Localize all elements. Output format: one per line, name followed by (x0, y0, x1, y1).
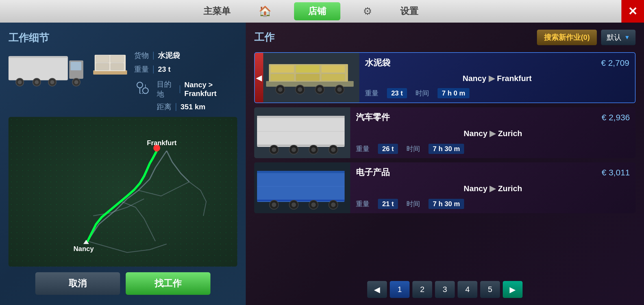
svg-point-53 (311, 147, 316, 152)
svg-point-38 (298, 87, 302, 92)
job-info-3: 电子产品 € 3,011 Nancy ▶ Zurich 重量 21 t 时间 7… (350, 162, 636, 213)
nav-main-menu[interactable]: 主菜单 (198, 2, 236, 20)
sort-label: 默认 (607, 32, 621, 42)
action-buttons: 取消 找工作 (8, 272, 237, 295)
svg-rect-15 (111, 56, 124, 62)
time-value-3: 7 h 30 m (428, 199, 464, 209)
close-icon: ✕ (628, 5, 638, 18)
home-icon[interactable]: 🏠 (259, 5, 271, 17)
location-details: 目的地 Nancy > Frankfurt 距离 351 km (157, 79, 237, 112)
page-5-button[interactable]: 5 (480, 281, 500, 298)
job-card-3[interactable]: 电子产品 € 3,011 Nancy ▶ Zurich 重量 21 t 时间 7… (254, 162, 636, 213)
time-label-3: 时间 (406, 199, 420, 208)
job-info-2: 汽车零件 € 2,936 Nancy ▶ Zurich 重量 26 t 时间 7… (350, 107, 636, 158)
job-card-header-3: 电子产品 € 3,011 (356, 167, 630, 178)
distance-label: 距离 (157, 102, 171, 112)
weight-label-1: 重量 (365, 89, 378, 98)
dropdown-arrow-icon: ▼ (624, 34, 630, 41)
weight-label-3: 重量 (356, 199, 369, 208)
weight-value: 23 t (158, 65, 171, 74)
job-price-3: € 3,011 (602, 168, 630, 177)
svg-point-62 (272, 202, 276, 207)
selected-indicator: ◀ (255, 53, 263, 103)
settings-icon[interactable]: ⚙ (363, 5, 372, 17)
svg-point-55 (331, 147, 336, 152)
page-2-button[interactable]: 2 (412, 281, 432, 298)
jobs-controls: 搜索新作业(0) 默认 ▼ (537, 30, 636, 45)
job-route-3: Nancy ▶ Zurich (356, 184, 630, 193)
job-detail-title: 工作细节 (8, 31, 237, 45)
cargo-value: 水泥袋 (158, 51, 180, 60)
job-route-1: Nancy ▶ Frankfurt (365, 74, 629, 83)
job-cards-list: ◀ (254, 52, 636, 277)
weight-label-2: 重量 (356, 144, 369, 153)
page-3-button[interactable]: 3 (435, 281, 455, 298)
svg-rect-34 (321, 74, 345, 81)
search-new-job-button[interactable]: 搜索新作业(0) (537, 30, 597, 45)
job-cargo-2: 汽车零件 (356, 112, 390, 123)
time-value-1: 7 h 0 m (438, 88, 469, 98)
job-stats-3: 重量 21 t 时间 7 h 30 m (356, 199, 630, 209)
weight-value-1: 23 t (387, 88, 407, 98)
svg-rect-3 (71, 62, 81, 70)
svg-rect-30 (296, 65, 320, 73)
svg-point-18 (137, 82, 143, 88)
svg-point-9 (50, 80, 54, 84)
job-price-2: € 2,936 (602, 113, 630, 122)
time-label-1: 时间 (415, 89, 429, 98)
time-label-2: 时间 (406, 144, 420, 153)
cargo-image (92, 51, 129, 80)
page-prev-button[interactable]: ◀ (367, 281, 387, 298)
job-card-header-1: 水泥袋 € 2,709 (365, 57, 629, 69)
job-cargo-3: 电子产品 (356, 167, 390, 178)
job-image-flatbed (263, 53, 359, 103)
job-image-box-blue (254, 162, 350, 213)
svg-point-36 (278, 87, 282, 92)
svg-rect-45 (257, 116, 345, 118)
svg-rect-0 (8, 56, 68, 80)
main-content: 工作细节 (0, 23, 644, 305)
page-4-button[interactable]: 4 (458, 281, 477, 298)
svg-rect-1 (9, 57, 67, 58)
jobs-title: 工作 (254, 30, 275, 44)
weight-label: 重量 (134, 64, 149, 74)
svg-point-68 (331, 202, 336, 207)
find-job-button[interactable]: 找工作 (126, 272, 210, 295)
job-cargo-1: 水泥袋 (365, 57, 390, 69)
svg-point-64 (291, 202, 296, 207)
truck-image (8, 51, 85, 88)
job-info-1: 水泥袋 € 2,709 Nancy ▶ Frankfurt 重量 23 t 时间… (359, 53, 635, 103)
job-route-2: Nancy ▶ Zurich (356, 129, 630, 138)
svg-point-49 (272, 147, 276, 152)
weight-value-3: 21 t (378, 199, 398, 209)
job-info-details: 货物 水泥袋 重量 23 t (134, 51, 237, 112)
page-next-button[interactable]: ▶ (503, 281, 523, 298)
job-card-1[interactable]: ◀ (254, 52, 636, 103)
svg-point-42 (337, 87, 342, 92)
job-card-header-2: 汽车零件 € 2,936 (356, 112, 630, 123)
svg-rect-58 (257, 171, 345, 173)
time-value-2: 7 h 30 m (428, 144, 464, 154)
job-card-2[interactable]: 汽车零件 € 2,936 Nancy ▶ Zurich 重量 26 t 时间 7… (254, 107, 636, 158)
close-button[interactable]: ✕ (621, 0, 644, 23)
job-detail-panel: 工作细节 (0, 23, 246, 305)
svg-point-66 (311, 202, 316, 207)
svg-rect-31 (321, 65, 345, 73)
route-map: Nancy Frankfurt (8, 117, 237, 267)
svg-point-11 (74, 80, 78, 84)
weight-value-2: 26 t (378, 144, 398, 154)
nav-settings[interactable]: 设置 (395, 2, 424, 20)
distance-value: 351 km (180, 103, 205, 111)
page-1-button[interactable]: 1 (390, 281, 410, 298)
svg-rect-32 (270, 74, 294, 81)
nav-shop[interactable]: 店铺 (294, 2, 340, 20)
svg-point-20 (143, 88, 148, 93)
svg-rect-33 (296, 74, 320, 81)
cancel-button[interactable]: 取消 (35, 272, 120, 295)
sort-default-select[interactable]: 默认 ▼ (601, 30, 636, 45)
nav-items: 主菜单 🏠 店铺 ⚙ 设置 (0, 2, 621, 20)
svg-point-40 (317, 87, 322, 92)
jobs-panel: 工作 搜索新作业(0) 默认 ▼ ◀ (246, 23, 644, 305)
svg-rect-14 (96, 56, 109, 62)
destination-value: Nancy > Frankfurt (184, 80, 237, 98)
